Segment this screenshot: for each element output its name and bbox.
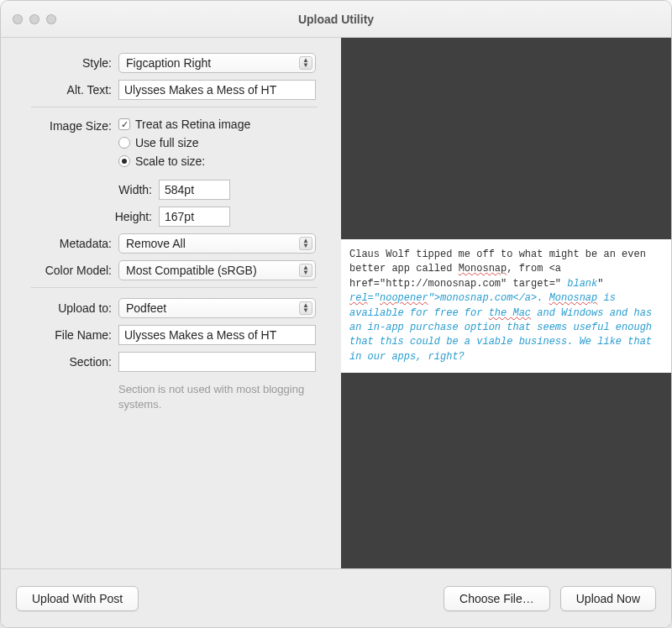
full-size-radio[interactable]: [118, 137, 130, 149]
preview-pane: Claus Wolf tipped me off to what might b…: [341, 38, 671, 568]
file-name-value: Ulysses Makes a Mess of HT: [124, 328, 276, 342]
preview-text: Monosnap: [549, 292, 598, 304]
section-field[interactable]: [118, 352, 316, 372]
metadata-label: Metadata:: [1, 237, 118, 250]
zoom-icon[interactable]: [46, 14, 56, 24]
footer: Upload With Post Choose File… Upload Now: [1, 568, 671, 627]
preview-text: blank: [561, 278, 597, 290]
scale-radio[interactable]: [118, 155, 130, 167]
upload-to-value: Podfeet: [126, 301, 166, 315]
width-field[interactable]: 584pt: [159, 180, 230, 200]
button-label: Upload With Post: [32, 592, 123, 605]
minimize-icon[interactable]: [29, 14, 39, 24]
divider: [31, 287, 318, 288]
retina-checkbox[interactable]: ✓: [118, 118, 130, 130]
preview-text: rel: [349, 292, 368, 304]
close-icon[interactable]: [13, 14, 23, 24]
stepper-icon: ▲▼: [299, 237, 312, 250]
scale-label: Scale to size:: [135, 154, 205, 168]
form-pane: Style: Figcaption Right ▲▼ Alt. Text: Ul…: [1, 38, 341, 568]
stepper-icon: ▲▼: [299, 56, 312, 70]
image-size-label: Image Size:: [1, 118, 118, 133]
alt-text-label: Alt. Text:: [1, 83, 118, 97]
file-name-label: File Name:: [1, 328, 118, 342]
stepper-icon: ▲▼: [299, 301, 312, 315]
upload-to-label: Upload to:: [1, 301, 118, 315]
button-label: Choose File…: [459, 592, 534, 605]
preview-text: ">monosnap.com</a>.: [428, 292, 549, 304]
file-name-field[interactable]: Ulysses Makes a Mess of HT: [118, 325, 316, 345]
preview-text: ": [597, 278, 603, 290]
upload-with-post-button[interactable]: Upload With Post: [16, 586, 139, 611]
retina-label: Treat as Retina image: [135, 118, 250, 131]
preview-text: Monosnap: [459, 263, 507, 275]
style-select[interactable]: Figcaption Right ▲▼: [118, 53, 316, 73]
traffic-lights: [1, 14, 56, 24]
section-hint: Section is not used with most blogging s…: [118, 382, 316, 411]
color-model-select[interactable]: Most Compatible (sRGB) ▲▼: [118, 260, 316, 280]
color-model-value: Most Compatible (sRGB): [126, 264, 257, 277]
button-label: Upload Now: [576, 592, 640, 605]
alt-text-field[interactable]: Ulysses Makes a Mess of HT: [118, 80, 316, 100]
window-title: Upload Utility: [1, 13, 671, 26]
width-value: 584pt: [165, 183, 194, 196]
content-body: Style: Figcaption Right ▲▼ Alt. Text: Ul…: [1, 38, 671, 568]
titlebar: Upload Utility: [1, 1, 671, 38]
stepper-icon: ▲▼: [299, 264, 312, 277]
alt-text-value: Ulysses Makes a Mess of HT: [124, 83, 276, 97]
height-value: 167pt: [165, 210, 194, 223]
height-field[interactable]: 167pt: [159, 207, 230, 227]
preview-text: noopener: [380, 292, 428, 304]
window: Upload Utility Style: Figcaption Right ▲…: [0, 0, 672, 628]
width-label: Width:: [1, 183, 159, 196]
upload-now-button[interactable]: Upload Now: [560, 586, 656, 611]
full-size-label: Use full size: [135, 136, 198, 149]
preview-content: Claus Wolf tipped me off to what might b…: [341, 239, 671, 373]
metadata-select[interactable]: Remove All ▲▼: [118, 233, 316, 254]
upload-to-select[interactable]: Podfeet ▲▼: [118, 298, 316, 318]
choose-file-button[interactable]: Choose File…: [444, 586, 550, 611]
style-value: Figcaption Right: [126, 56, 211, 70]
color-model-label: Color Model:: [1, 264, 118, 277]
divider: [31, 107, 318, 107]
section-label: Section:: [1, 355, 118, 369]
metadata-value: Remove All: [126, 237, 186, 250]
preview-text: =": [368, 292, 380, 304]
height-label: Height:: [1, 210, 159, 223]
style-label: Style:: [1, 56, 118, 70]
preview-text: the Mac: [489, 307, 531, 319]
